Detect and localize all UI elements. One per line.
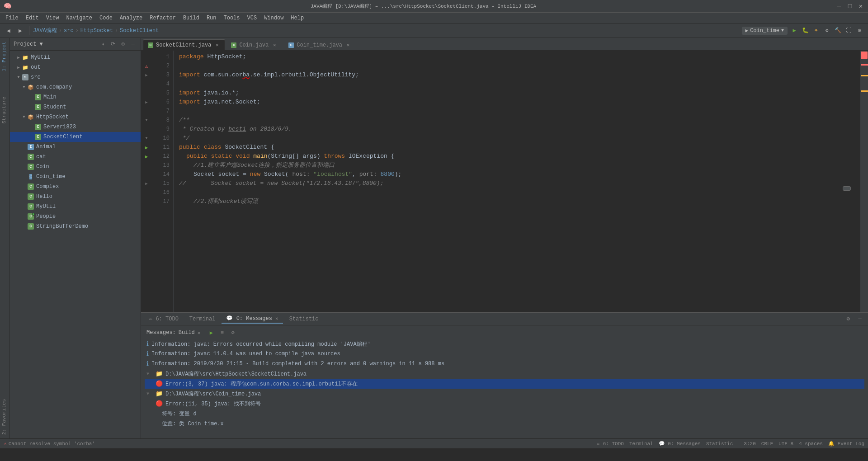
tree-item-coin-time[interactable]: C Coin_time: [10, 172, 141, 182]
menu-run[interactable]: Run: [203, 14, 220, 22]
tree-item-hello[interactable]: C Hello: [10, 192, 141, 202]
menu-tools[interactable]: Tools: [220, 14, 244, 22]
debug-button[interactable]: 🐛: [800, 26, 810, 36]
tab-coin[interactable]: C Coin.java ✕: [226, 39, 283, 50]
bottom-tab-terminal[interactable]: Terminal: [629, 441, 653, 447]
menu-vcs[interactable]: VCS: [244, 14, 261, 22]
left-tool-structure[interactable]: Structure: [0, 93, 9, 127]
maximize-button[interactable]: □: [846, 3, 854, 10]
msg-info-3[interactable]: ℹ Information: 2019/9/30 21:15 - Build c…: [145, 359, 864, 369]
indent-setting[interactable]: 4 spaces: [799, 441, 823, 447]
tree-item-complex[interactable]: C Complex: [10, 182, 141, 192]
menu-refactor[interactable]: Refactor: [146, 14, 179, 22]
left-tool-favorites[interactable]: 2: Favorites: [0, 395, 9, 438]
fold-mark[interactable]: ▶: [145, 181, 147, 186]
tab-close-icon[interactable]: ✕: [271, 42, 278, 48]
run-gutter-icon[interactable]: ▶: [145, 145, 148, 151]
tab-coin-time[interactable]: C Coin_time.java ✕: [283, 39, 356, 50]
tree-item-coin[interactable]: C Coin: [10, 162, 141, 172]
tree-item-httpsocket[interactable]: ▼ 📦 HttpSocket: [10, 112, 141, 122]
build-settings-button[interactable]: ⚙: [844, 315, 853, 324]
error-scroll-mark-1[interactable]: [861, 64, 868, 66]
menu-file[interactable]: File: [2, 14, 22, 22]
tab-close-icon[interactable]: ✕: [345, 42, 351, 48]
tree-item-socketclient[interactable]: C SocketClient: [10, 132, 141, 142]
build-stop-button[interactable]: ■: [217, 328, 226, 337]
coverage-button[interactable]: ☂: [811, 26, 821, 36]
btab-statistic[interactable]: Statistic: [285, 315, 323, 323]
run-button[interactable]: ▶: [789, 26, 799, 36]
tree-item-src[interactable]: ▼ s src: [10, 72, 141, 82]
close-button[interactable]: ✕: [857, 3, 864, 10]
breadcrumb-project[interactable]: JAVA编程: [33, 27, 57, 34]
fold-mark[interactable]: ▼: [145, 136, 147, 141]
tree-item-myutil-root[interactable]: ▶ 📁 MyUtil: [10, 52, 141, 62]
line-separator[interactable]: CRLF: [761, 441, 773, 447]
bottom-tab-todo[interactable]: ✏ 6: TODO: [597, 441, 623, 447]
tree-item-student[interactable]: C Student: [10, 102, 141, 112]
expand-icon[interactable]: ▼: [146, 372, 153, 376]
error-scroll-mark-top[interactable]: [861, 52, 868, 59]
breadcrumb-httpsocket[interactable]: HttpSocket: [80, 28, 113, 34]
profile-button[interactable]: ⚙: [822, 26, 832, 36]
build-run-button[interactable]: ▶: [207, 328, 216, 337]
tree-item-main[interactable]: C Main: [10, 92, 141, 102]
settings-icon[interactable]: ⚙: [119, 40, 127, 48]
tree-item-people[interactable]: C People: [10, 212, 141, 221]
btab-terminal[interactable]: Terminal: [185, 315, 220, 323]
tree-item-cat[interactable]: C cat: [10, 152, 141, 162]
msg-folder-socketclient[interactable]: ▼ 📁 D:\JAVA编程\src\HttpSocket\SocketClien…: [145, 369, 864, 379]
code-content[interactable]: package HttpSocket; import com.sun.corba…: [174, 51, 860, 312]
fold-mark[interactable]: ▶: [145, 73, 147, 78]
back-button[interactable]: ◀: [4, 26, 14, 36]
menu-window[interactable]: Window: [260, 14, 287, 22]
msg-folder-cointime[interactable]: ▼ 📁 D:\JAVA编程\src\Coin_time.java: [145, 389, 864, 399]
msg-info-1[interactable]: ℹ Information: java: Errors occurred whi…: [145, 339, 864, 349]
menu-code[interactable]: Code: [96, 14, 116, 22]
tree-item-myutil[interactable]: C MyUtil: [10, 202, 141, 212]
btab-todo[interactable]: ✏ 6: TODO: [145, 315, 183, 323]
expand-icon[interactable]: ▼: [146, 391, 153, 396]
tree-item-out[interactable]: ▶ 📁 out: [10, 62, 141, 72]
build-clear-button[interactable]: ⊘: [228, 328, 237, 337]
tab-socketclient[interactable]: C SocketClient.java ✕: [143, 39, 225, 50]
left-tool-project[interactable]: 1: Project: [0, 38, 9, 75]
forward-button[interactable]: ▶: [15, 26, 25, 36]
menu-view[interactable]: View: [42, 14, 63, 22]
btab-messages[interactable]: 💬 0: Messages ✕: [222, 314, 283, 324]
build-minimize-button[interactable]: ─: [855, 315, 864, 324]
msg-error-1[interactable]: 🔴 Error:(3, 37) java: 程序包com.sun.corba.s…: [145, 379, 864, 389]
sync-button[interactable]: ⟳: [109, 40, 117, 48]
build-tab-label[interactable]: Build: [179, 329, 195, 336]
tree-item-com-company[interactable]: ▼ 📦 com.company: [10, 82, 141, 92]
tree-item-server1823[interactable]: C Server1823: [10, 122, 141, 132]
event-log[interactable]: 🔔 Event Log: [828, 441, 864, 447]
expand-button[interactable]: —: [129, 40, 137, 48]
msg-error-2[interactable]: 🔴 Error:(11, 35) java: 找不到符号: [145, 399, 864, 409]
breadcrumb-src[interactable]: src: [64, 28, 74, 34]
settings-button[interactable]: ⚙: [854, 26, 864, 36]
btab-close-icon[interactable]: ✕: [275, 316, 278, 321]
tab-close-icon[interactable]: ✕: [214, 42, 220, 48]
menu-build[interactable]: Build: [179, 14, 203, 22]
bottom-tab-messages-status[interactable]: 💬 0: Messages: [659, 441, 701, 447]
run-config-selector[interactable]: ▶ Coin_time ▼: [742, 27, 788, 35]
fold-mark[interactable]: ▼: [145, 118, 147, 122]
encoding[interactable]: UTF-8: [778, 441, 793, 447]
new-file-button[interactable]: ✦: [99, 40, 107, 48]
fold-mark[interactable]: ▶: [145, 100, 147, 105]
menu-edit[interactable]: Edit: [22, 14, 42, 22]
fullscreen-button[interactable]: ⛶: [844, 26, 854, 36]
build-tab-close[interactable]: ✕: [198, 330, 201, 336]
menu-analyze[interactable]: Analyze: [116, 14, 146, 22]
breadcrumb-socketclient[interactable]: SocketClient: [120, 28, 159, 34]
msg-info-2[interactable]: ℹ Information: javac 11.0.4 was used to …: [145, 349, 864, 359]
warn-scroll-mark-2[interactable]: [861, 90, 868, 92]
minimize-button[interactable]: ─: [835, 3, 843, 10]
tree-item-stringbufferdemo[interactable]: C StringBufferDemo: [10, 221, 141, 231]
menu-help[interactable]: Help: [287, 14, 307, 22]
tree-item-animal[interactable]: I Animal: [10, 142, 141, 152]
code-editor[interactable]: ⚠ ▶ ▶ ▼ ▼ ▶ ▶ ▶ 12345 678910: [141, 51, 868, 312]
cursor-position[interactable]: 3:20: [744, 441, 755, 447]
warn-scroll-mark-1[interactable]: [861, 75, 868, 76]
